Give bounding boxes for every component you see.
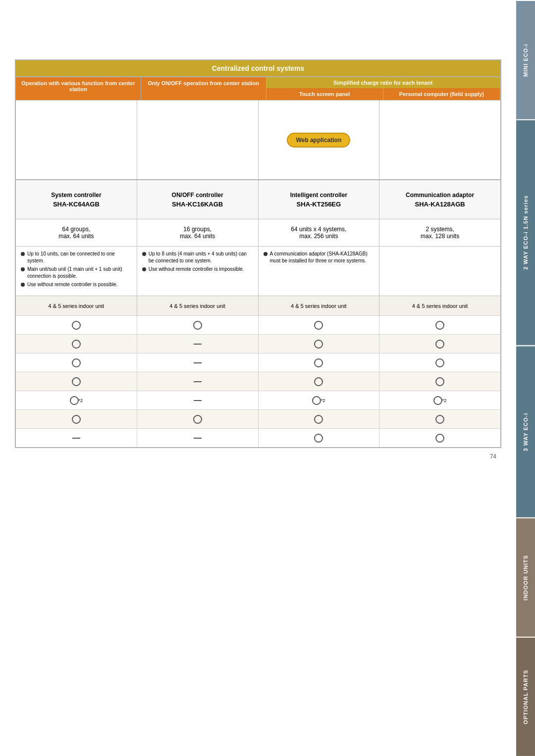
col3-indoor: 4 & 5 series indoor unit: [259, 296, 380, 315]
feature-item: A communication adaptor (SHA-KA128AGB) m…: [264, 251, 374, 264]
row6-col3: [259, 410, 380, 428]
bullet-icon: [21, 267, 25, 271]
circle-icon: [314, 434, 323, 443]
col3-span-title: Simplified charge ratio for each tenant: [267, 77, 500, 88]
row1-col1: [16, 316, 137, 334]
bullet-icon: [142, 252, 146, 256]
row1-col3: [259, 316, 380, 334]
col3-capacity: 64 units x 4 systems, max. 256 units: [259, 219, 380, 246]
circle-icon: [314, 377, 323, 386]
feature-item: Up to 8 units (4 main units + 4 sub unit…: [142, 251, 253, 264]
right-tabs: MINI ECO-i 2 WAY ECO-i 1.5N series 3 WAY…: [516, 0, 535, 756]
tab-mini-eco[interactable]: MINI ECO-i: [516, 0, 535, 119]
row6-col2: [137, 410, 259, 428]
col1-capacity: 64 groups, max. 64 units: [16, 219, 137, 246]
row4-col1: [16, 372, 137, 391]
dash-icon: [194, 381, 202, 382]
dash-icon: [194, 362, 202, 363]
col2-controller: ON/OFF controller SHA-KC16KAGB: [137, 180, 259, 219]
bullet-icon: [142, 267, 146, 271]
col2-features: Up to 8 units (4 main units + 4 sub unit…: [137, 247, 259, 296]
col3-span-sub: Touch screen panel Personal computer (fi…: [267, 88, 500, 100]
circle-icon: [312, 396, 321, 405]
feature-item: Use without remote controller is impossi…: [142, 266, 253, 273]
web-app-bubble: Web application: [287, 133, 350, 148]
circle-icon: [435, 415, 444, 424]
col4-image: [379, 101, 500, 179]
col1-header: Operation with various function from cen…: [16, 77, 141, 100]
bullet-icon: [21, 283, 25, 287]
circle-row-7: [16, 428, 500, 447]
capacity-row: 64 groups, max. 64 units 16 groups, max.…: [16, 219, 500, 246]
col1-controller-model: SHA-KC64AGB: [53, 201, 100, 208]
circle-icon: [72, 340, 81, 349]
row4-col3: [259, 372, 380, 391]
circle-icon: [72, 377, 81, 386]
feature-item: Use without remote controller is possibl…: [21, 281, 132, 288]
tab-indoor[interactable]: INDOOR UNITS: [516, 517, 535, 637]
col2-header: Only ON/OFF operation from center statio…: [141, 77, 267, 100]
col2-controller-name: ON/OFF controller: [172, 192, 223, 199]
circle-icon: [193, 321, 202, 330]
dash-icon: [194, 438, 202, 439]
control-table: Centralized control systems Operation wi…: [15, 59, 501, 448]
col4-controller-name: Communication adaptor: [406, 192, 474, 199]
row5-col4: *2: [379, 391, 500, 409]
col2-indoor: 4 & 5 series indoor unit: [137, 296, 259, 315]
row5-col3: *2: [259, 391, 380, 409]
circle-row-5: *2 *2 *2: [16, 391, 500, 409]
row7-col2: [137, 429, 259, 447]
header-spacer: [15, 10, 501, 59]
circle-icon: [435, 358, 444, 367]
col3-header-span: Simplified charge ratio for each tenant …: [267, 77, 501, 100]
col4-indoor: 4 & 5 series indoor unit: [379, 296, 500, 315]
circle-icon: [314, 340, 323, 349]
category-header-row: Operation with various function from cen…: [16, 76, 500, 100]
col1-image: [16, 101, 137, 179]
col1-indoor: 4 & 5 series indoor unit: [16, 296, 137, 315]
circle-icon: [314, 358, 323, 367]
col4-controller: Communication adaptor SHA-KA128AGB: [379, 180, 500, 219]
col3-features: A communication adaptor (SHA-KA128AGB) m…: [259, 247, 380, 296]
row6-col1: [16, 410, 137, 428]
circle-row-6: [16, 409, 500, 428]
image-row: Web application: [16, 100, 500, 179]
row7-col3: [259, 429, 380, 447]
col1-controller-name: System controller: [51, 192, 101, 199]
col4-capacity: 2 systems, max. 128 units: [379, 219, 500, 246]
col3-sub1-header: Touch screen panel: [267, 88, 383, 100]
indoor-row: 4 & 5 series indoor unit 4 & 5 series in…: [16, 296, 500, 315]
circle-icon: [70, 396, 79, 405]
circle-icon: [193, 415, 202, 424]
row3-col3: [259, 353, 380, 372]
circle-icon: [314, 321, 323, 330]
row1-col2: [137, 316, 259, 334]
circle-icon: [435, 321, 444, 330]
col2-capacity: 16 groups, max. 64 units: [137, 219, 259, 246]
col4-controller-model: SHA-KA128AGB: [415, 201, 465, 208]
row2-col1: [16, 335, 137, 353]
row3-col1: [16, 353, 137, 372]
tab-3way[interactable]: 3 WAY ECO-i: [516, 345, 535, 517]
col3-controller-model: SHA-KT256EG: [297, 201, 341, 208]
col3-controller: Intelligent controller SHA-KT256EG: [259, 180, 380, 219]
page-wrapper: Centralized control systems Operation wi…: [0, 0, 535, 756]
circle-row-1: [16, 315, 500, 334]
tab-optional[interactable]: OPTIONAL PARTS: [516, 637, 535, 756]
col4-header: Personal computer (field supply): [383, 88, 500, 100]
feature-item: Main unit/sub unit (1 main unit + 1 sub …: [21, 266, 132, 280]
feature-item: Up to 10 units, can be connected to one …: [21, 251, 132, 264]
col3-controller-name: Intelligent controller: [290, 192, 347, 199]
dash-icon: [72, 438, 80, 439]
dash-icon: [194, 400, 202, 401]
row3-col4: [379, 353, 500, 372]
page-number: 74: [15, 448, 501, 460]
controller-row: System controller SHA-KC64AGB ON/OFF con…: [16, 179, 500, 219]
row2-col4: [379, 335, 500, 353]
col4-features: [379, 247, 500, 296]
circle-row-3: [16, 353, 500, 372]
tab-2way[interactable]: 2 WAY ECO-i 1.5N series: [516, 119, 535, 345]
col3-image: Web application: [259, 101, 380, 179]
main-content: Centralized control systems Operation wi…: [0, 0, 516, 756]
circle-icon: [435, 434, 444, 443]
